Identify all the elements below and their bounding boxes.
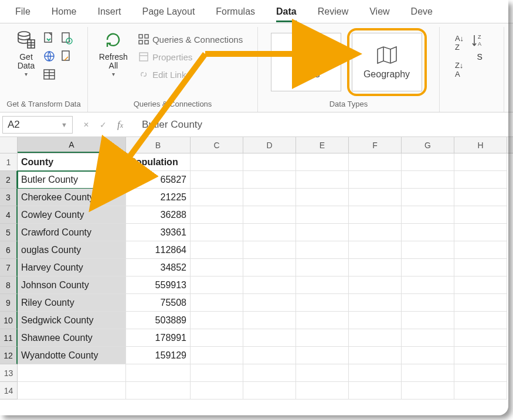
cell-e7[interactable] bbox=[296, 259, 349, 276]
cell-g2[interactable] bbox=[402, 171, 454, 189]
cell-c7[interactable] bbox=[191, 259, 243, 276]
cell-a13[interactable] bbox=[18, 364, 126, 382]
cell-d10[interactable] bbox=[243, 312, 296, 329]
cell-g7[interactable] bbox=[402, 259, 454, 276]
cell-b5[interactable]: 39361 bbox=[126, 224, 191, 241]
cell-g9[interactable] bbox=[402, 294, 454, 312]
cell-a7[interactable]: Harvey County bbox=[18, 259, 126, 276]
cell-h3[interactable] bbox=[454, 189, 507, 206]
cell-c5[interactable] bbox=[191, 224, 243, 241]
geography-button[interactable]: Geography bbox=[352, 33, 422, 91]
tab-file[interactable]: File bbox=[5, 1, 41, 22]
cell-b3[interactable]: 21225 bbox=[126, 189, 191, 206]
tab-home[interactable]: Home bbox=[41, 1, 87, 22]
recent-sources-button[interactable] bbox=[59, 30, 74, 46]
row-header-10[interactable]: 10 bbox=[0, 312, 18, 329]
column-header-d[interactable]: D bbox=[243, 137, 296, 153]
tab-review[interactable]: Review bbox=[307, 1, 359, 22]
cell-d7[interactable] bbox=[243, 259, 296, 276]
tab-data[interactable]: Data bbox=[266, 1, 307, 22]
tab-page-layout[interactable]: Page Layout bbox=[131, 1, 205, 22]
cell-b9[interactable]: 75508 bbox=[126, 294, 191, 312]
cell-a12[interactable]: Wyandotte County bbox=[18, 347, 126, 364]
column-header-h[interactable]: H bbox=[454, 137, 507, 153]
column-header-b[interactable]: B bbox=[126, 137, 191, 153]
cell-b1[interactable]: Population bbox=[126, 153, 191, 171]
enter-icon[interactable]: ✓ bbox=[100, 120, 107, 129]
row-header-6[interactable]: 6 bbox=[0, 241, 18, 259]
cell-h8[interactable] bbox=[454, 276, 507, 294]
properties-button[interactable]: Properties bbox=[134, 48, 247, 66]
stocks-button[interactable]: Stocks bbox=[271, 33, 341, 91]
cell-h6[interactable] bbox=[454, 241, 507, 259]
cell-f14[interactable] bbox=[349, 382, 402, 399]
tab-view[interactable]: View bbox=[359, 1, 400, 22]
cell-a5[interactable]: Crawford County bbox=[18, 224, 126, 241]
cell-g11[interactable] bbox=[402, 329, 454, 347]
cell-f5[interactable] bbox=[349, 224, 402, 241]
cell-c4[interactable] bbox=[191, 206, 243, 224]
cell-f12[interactable] bbox=[349, 347, 402, 364]
cell-h13[interactable] bbox=[454, 364, 507, 382]
cell-f6[interactable] bbox=[349, 241, 402, 259]
cell-g13[interactable] bbox=[402, 364, 454, 382]
cell-h5[interactable] bbox=[454, 224, 507, 241]
cell-c13[interactable] bbox=[191, 364, 243, 382]
cell-a11[interactable]: Shawnee County bbox=[18, 329, 126, 347]
cell-e12[interactable] bbox=[296, 347, 349, 364]
cell-b10[interactable]: 503889 bbox=[126, 312, 191, 329]
cell-g3[interactable] bbox=[402, 189, 454, 206]
column-header-f[interactable]: F bbox=[349, 137, 402, 153]
column-header-g[interactable]: G bbox=[402, 137, 454, 153]
cell-a1[interactable]: County bbox=[18, 153, 126, 171]
row-header-4[interactable]: 4 bbox=[0, 206, 18, 224]
cell-c10[interactable] bbox=[191, 312, 243, 329]
cell-h4[interactable] bbox=[454, 206, 507, 224]
cell-c1[interactable] bbox=[191, 153, 243, 171]
from-web-button[interactable] bbox=[42, 49, 57, 64]
cell-e5[interactable] bbox=[296, 224, 349, 241]
cell-h14[interactable] bbox=[454, 382, 507, 399]
cell-e4[interactable] bbox=[296, 206, 349, 224]
cell-c8[interactable] bbox=[191, 276, 243, 294]
cell-c12[interactable] bbox=[191, 347, 243, 364]
cell-c11[interactable] bbox=[191, 329, 243, 347]
cell-a9[interactable]: Riley County bbox=[18, 294, 126, 312]
tab-formulas[interactable]: Formulas bbox=[205, 1, 266, 22]
row-header-14[interactable]: 14 bbox=[0, 382, 18, 399]
row-header-2[interactable]: 2 bbox=[0, 171, 18, 189]
cell-f8[interactable] bbox=[349, 276, 402, 294]
row-header-12[interactable]: 12 bbox=[0, 347, 18, 364]
cell-e14[interactable] bbox=[296, 382, 349, 399]
cell-c2[interactable] bbox=[191, 171, 243, 189]
cell-f7[interactable] bbox=[349, 259, 402, 276]
cell-a2[interactable]: Butler County bbox=[18, 171, 126, 189]
cell-e1[interactable] bbox=[296, 153, 349, 171]
select-all-corner[interactable] bbox=[0, 137, 18, 153]
cell-d8[interactable] bbox=[243, 276, 296, 294]
get-data-button[interactable]: Get Data ▾ bbox=[12, 27, 40, 80]
cell-h7[interactable] bbox=[454, 259, 507, 276]
refresh-all-button[interactable]: Refresh All ▾ bbox=[96, 27, 131, 80]
cell-a8[interactable]: Johnson County bbox=[18, 276, 126, 294]
cell-a3[interactable]: Cherokee County bbox=[18, 189, 126, 206]
cell-f4[interactable] bbox=[349, 206, 402, 224]
row-header-3[interactable]: 3 bbox=[0, 189, 18, 206]
cell-d1[interactable] bbox=[243, 153, 296, 171]
cell-c14[interactable] bbox=[191, 382, 243, 399]
from-text-csv-button[interactable] bbox=[42, 30, 57, 46]
cell-e11[interactable] bbox=[296, 329, 349, 347]
cell-e6[interactable] bbox=[296, 241, 349, 259]
cell-c6[interactable] bbox=[191, 241, 243, 259]
cell-b2[interactable]: 65827 bbox=[126, 171, 191, 189]
cell-b11[interactable]: 178991 bbox=[126, 329, 191, 347]
cell-e10[interactable] bbox=[296, 312, 349, 329]
cell-b12[interactable]: 159129 bbox=[126, 347, 191, 364]
cell-a10[interactable]: Sedgwick County bbox=[18, 312, 126, 329]
column-header-e[interactable]: E bbox=[296, 137, 349, 153]
cell-d2[interactable] bbox=[243, 171, 296, 189]
cell-f3[interactable] bbox=[349, 189, 402, 206]
tab-insert[interactable]: Insert bbox=[87, 1, 131, 22]
cell-g14[interactable] bbox=[402, 382, 454, 399]
cell-d11[interactable] bbox=[243, 329, 296, 347]
